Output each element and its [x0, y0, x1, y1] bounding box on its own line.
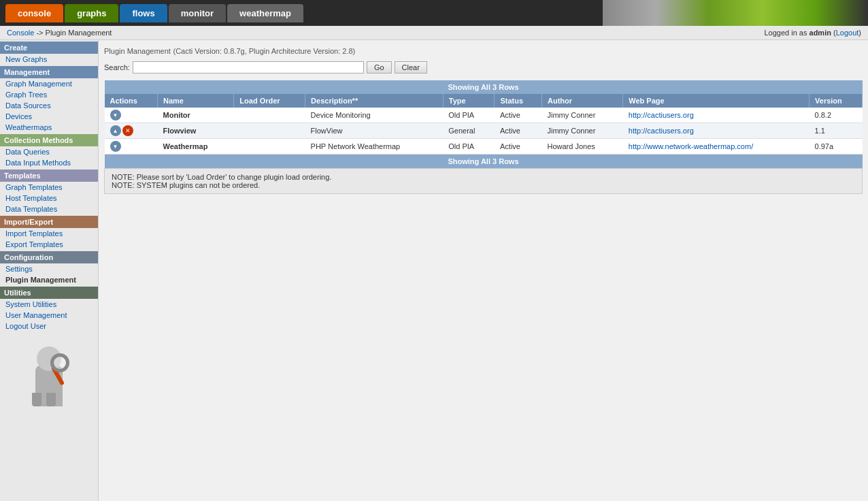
page-title: Plugin Management (Cacti Version: 0.8.7g…: [104, 46, 863, 56]
search-bar: Search: Go Clear: [104, 61, 863, 74]
nav-tab-weathermap[interactable]: weathermap: [227, 4, 303, 22]
table-header-row: Actions Name Load Order Description** Ty…: [105, 94, 863, 108]
top-logo: [603, 0, 868, 26]
plugins-table: Showing All 3 Rows Actions Name Load Ord…: [104, 80, 863, 194]
col-author: Author: [541, 94, 622, 108]
load-order-cell: [234, 139, 305, 155]
web-page-cell: http://cactiusers.org: [623, 108, 809, 123]
author-cell: Jimmy Conner: [541, 123, 622, 139]
sidebar-section-management: Management: [0, 66, 98, 78]
col-web-page: Web Page: [623, 94, 809, 108]
status-cell: Active: [495, 108, 542, 123]
sidebar-item-plugin-management[interactable]: Plugin Management: [0, 274, 98, 285]
note-2: NOTE: SYSTEM plugins can not be ordered.: [112, 181, 855, 189]
breadcrumb-current: Plugin Management: [46, 29, 112, 37]
load-order-cell: [234, 123, 305, 139]
sidebar-item-weathermaps[interactable]: Weathermaps: [0, 122, 98, 133]
sidebar-item-data-templates[interactable]: Data Templates: [0, 204, 98, 214]
clear-button[interactable]: Clear: [395, 61, 427, 74]
sidebar-section-create: Create: [0, 42, 98, 54]
logged-in-text: Logged in as: [764, 29, 807, 37]
nav-tab-graphs[interactable]: graphs: [65, 4, 118, 22]
sidebar-item-data-input-methods[interactable]: Data Input Methods: [0, 157, 98, 168]
status-cell: Active: [495, 123, 542, 139]
top-navigation: console graphs flows monitor weathermap: [0, 0, 868, 26]
page-title-main: Plugin Management: [104, 47, 171, 55]
type-cell: Old PIA: [443, 108, 495, 123]
search-input[interactable]: [133, 61, 364, 74]
load-order-cell: [234, 108, 305, 123]
table-row: WeathermapPHP Network WeathermapOld PIAA…: [105, 139, 863, 155]
plugin-name: Weathermap: [158, 139, 234, 155]
type-cell: General: [443, 123, 495, 139]
author-cell: Howard Jones: [541, 139, 622, 155]
action-icons: [110, 110, 152, 120]
version-cell: 1.1: [809, 123, 863, 139]
action-icons: [110, 141, 152, 152]
col-type: Type: [443, 94, 495, 108]
type-cell: Old PIA: [443, 139, 495, 155]
sidebar-item-graph-templates[interactable]: Graph Templates: [0, 182, 98, 193]
search-label: Search:: [104, 63, 130, 71]
version-cell: 0.97a: [809, 139, 863, 155]
action-cell: [105, 108, 158, 123]
logout-link[interactable]: Logout: [836, 29, 859, 37]
delete-icon[interactable]: [122, 125, 133, 136]
col-load-order: Load Order: [234, 94, 305, 108]
move-down-icon[interactable]: [110, 110, 121, 120]
sidebar-item-data-queries[interactable]: Data Queries: [0, 146, 98, 157]
sidebar-section-utilities: Utilities: [0, 287, 98, 299]
col-status: Status: [495, 94, 542, 108]
table-row: MonitorDevice MonitoringOld PIAActiveJim…: [105, 108, 863, 123]
move-up-icon[interactable]: [110, 125, 121, 136]
sidebar-item-devices[interactable]: Devices: [0, 111, 98, 122]
col-name: Name: [158, 94, 234, 108]
description-cell: PHP Network Weathermap: [305, 139, 444, 155]
notes-section: NOTE: Please sort by 'Load Order' to cha…: [105, 169, 863, 194]
sidebar-item-import-templates[interactable]: Import Templates: [0, 228, 98, 239]
sidebar-item-graph-management[interactable]: Graph Management: [0, 78, 98, 89]
showing-all-top: Showing All 3 Rows: [105, 80, 863, 94]
col-actions: Actions: [105, 94, 158, 108]
web-page-cell: http://www.network-weathermap.com/: [623, 139, 809, 155]
breadcrumb-console-link[interactable]: Console: [7, 29, 34, 37]
web-page-link[interactable]: http://cactiusers.org: [629, 127, 694, 135]
showing-all-bottom: Showing All 3 Rows: [105, 155, 863, 169]
author-cell: Jimmy Conner: [541, 108, 622, 123]
sidebar-item-export-templates[interactable]: Export Templates: [0, 239, 98, 250]
breadcrumb-bar: Console -> Plugin Management Logged in a…: [0, 26, 868, 40]
sidebar-item-graph-trees[interactable]: Graph Trees: [0, 89, 98, 100]
nav-tab-flows[interactable]: flows: [120, 4, 167, 22]
move-down-icon[interactable]: [110, 141, 121, 152]
logged-in-username: admin: [809, 29, 831, 37]
sidebar-item-user-management[interactable]: User Management: [0, 310, 98, 321]
web-page-link[interactable]: http://cactiusers.org: [629, 111, 694, 119]
nav-tab-console[interactable]: console: [5, 4, 63, 22]
web-page-cell: http://cactiusers.org: [623, 123, 809, 139]
sidebar-item-new-graphs[interactable]: New Graphs: [0, 54, 98, 65]
sidebar-section-collection-methods: Collection Methods: [0, 134, 98, 146]
col-description: Description**: [305, 94, 444, 108]
plugin-name: Flowview: [158, 123, 234, 139]
sidebar-section-import-export: Import/Export: [0, 216, 98, 228]
sidebar-item-host-templates[interactable]: Host Templates: [0, 193, 98, 204]
plugin-name: Monitor: [158, 108, 234, 123]
breadcrumb: Console -> Plugin Management: [7, 29, 112, 37]
content-area: Plugin Management (Cacti Version: 0.8.7g…: [99, 40, 868, 501]
breadcrumb-separator: ->: [36, 29, 43, 37]
description-cell: FlowView: [305, 123, 444, 139]
sidebar-item-settings[interactable]: Settings: [0, 263, 98, 274]
go-button[interactable]: Go: [367, 61, 392, 74]
nav-tab-monitor[interactable]: monitor: [169, 4, 226, 22]
page-title-subtitle: (Cacti Version: 0.8.7g, Plugin Architect…: [173, 47, 355, 55]
sidebar-section-templates: Templates: [0, 169, 98, 182]
sidebar-item-data-sources[interactable]: Data Sources: [0, 100, 98, 111]
sidebar-section-configuration: Configuration: [0, 251, 98, 263]
status-cell: Active: [495, 139, 542, 155]
sidebar-item-logout-user[interactable]: Logout User: [0, 321, 98, 332]
action-icons: [110, 125, 152, 136]
web-page-link[interactable]: http://www.network-weathermap.com/: [629, 142, 753, 150]
sidebar-item-system-utilities[interactable]: System Utilities: [0, 299, 98, 310]
table-row: FlowviewFlowViewGeneralActiveJimmy Conne…: [105, 123, 863, 139]
action-cell: [105, 139, 158, 155]
